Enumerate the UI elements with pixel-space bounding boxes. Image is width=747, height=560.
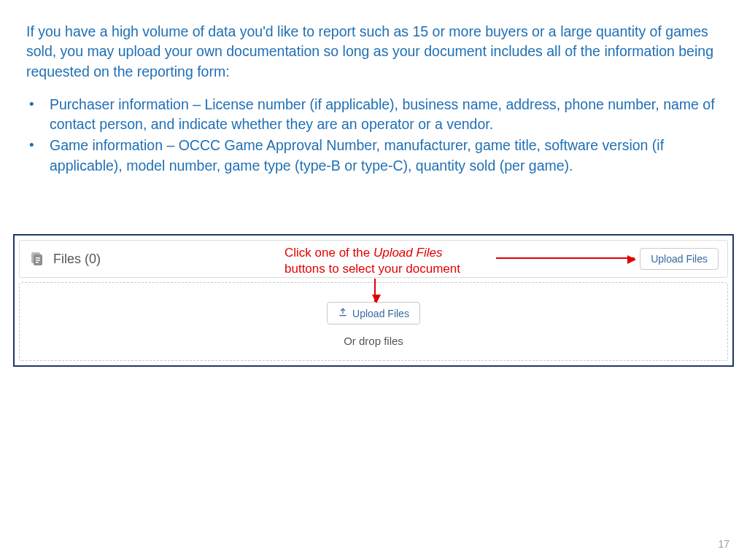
files-icon <box>28 250 46 268</box>
svg-rect-2 <box>36 257 40 259</box>
arrow-down-icon <box>374 279 376 302</box>
annotation-text: Click one of the Upload Files buttons to… <box>285 245 460 277</box>
arrow-right-icon <box>496 257 635 259</box>
page-number: 17 <box>718 538 729 550</box>
intro-paragraph: If you have a high volume of data you'd … <box>26 22 721 82</box>
upload-files-button-label: Upload Files <box>352 308 409 319</box>
list-item: Game information – OCCC Game Approval Nu… <box>50 136 721 176</box>
svg-rect-3 <box>36 260 40 261</box>
svg-rect-4 <box>36 262 39 263</box>
list-item: Purchaser information – License number (… <box>50 95 721 135</box>
upload-files-button-label: Upload Files <box>651 253 708 265</box>
requirements-list: Purchaser information – License number (… <box>26 95 721 176</box>
drop-files-text: Or drop files <box>20 335 727 347</box>
upload-files-button-center[interactable]: Upload Files <box>327 302 420 324</box>
upload-icon <box>338 307 348 319</box>
upload-files-button-top[interactable]: Upload Files <box>640 248 719 270</box>
files-count-label: Files (0) <box>53 252 101 267</box>
